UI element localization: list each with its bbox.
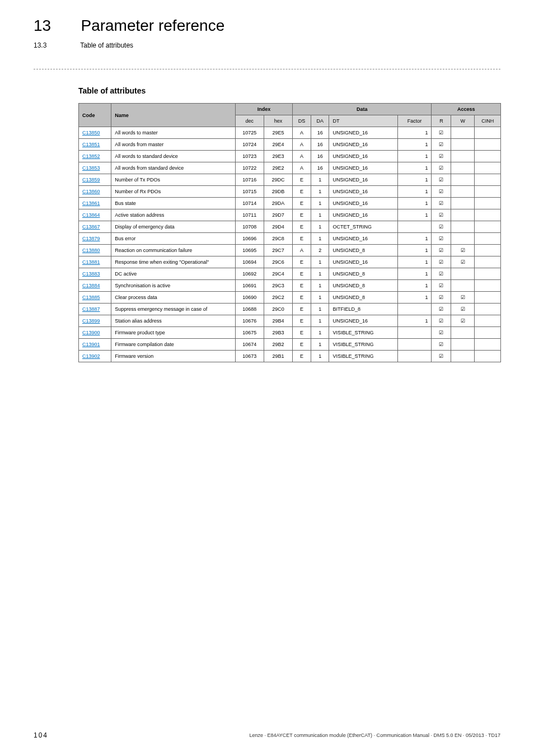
factor-cell: 1 [397, 209, 432, 221]
factor-cell [397, 339, 432, 351]
dt-cell: UNSIGNED_16 [329, 127, 397, 139]
dec-cell: 10714 [235, 198, 264, 209]
code-link[interactable]: C13860 [82, 189, 100, 194]
cinh-cell [475, 186, 501, 198]
page-header: 13 Parameter reference 13.3 Table of att… [0, 0, 534, 49]
ds-cell: A [293, 151, 311, 162]
name-cell: Bus error [111, 233, 235, 245]
code-link[interactable]: C13861 [82, 200, 100, 206]
code-link[interactable]: C13899 [82, 318, 100, 324]
dt-cell: UNSIGNED_16 [329, 139, 397, 151]
ds-cell: E [293, 339, 311, 351]
name-cell: Clear process data [111, 292, 235, 304]
code-link[interactable]: C13850 [82, 130, 100, 136]
dec-cell: 10691 [235, 280, 264, 292]
code-link[interactable]: C13867 [82, 224, 100, 230]
dec-cell: 10675 [235, 327, 264, 339]
cinh-cell [475, 198, 501, 209]
dt-cell: UNSIGNED_16 [329, 315, 397, 327]
dt-cell: UNSIGNED_16 [329, 256, 397, 268]
table-row: C13859Number of Tx PDOs1071629DCE1UNSIGN… [79, 174, 501, 186]
w-cell [451, 327, 475, 339]
code-link[interactable]: C13900 [82, 330, 100, 335]
code-link[interactable]: C13881 [82, 259, 100, 265]
ds-cell: E [293, 198, 311, 209]
name-cell: All words to master [111, 127, 235, 139]
dt-cell: UNSIGNED_16 [329, 198, 397, 209]
r-cell: ☑ [432, 304, 451, 315]
code-link[interactable]: C13879 [82, 236, 100, 241]
cinh-cell [475, 327, 501, 339]
dec-cell: 10722 [235, 162, 264, 174]
ds-cell: E [293, 221, 311, 233]
footer-text: Lenze · E84AYCET communication module (E… [249, 732, 500, 738]
section-number: 13.3 [34, 41, 78, 49]
dec-cell: 10690 [235, 292, 264, 304]
cinh-cell [475, 351, 501, 362]
table-row: C13867Display of emergency data1070829D4… [79, 221, 501, 233]
ds-cell: E [293, 315, 311, 327]
w-cell [451, 280, 475, 292]
da-cell: 1 [311, 339, 329, 351]
factor-cell: 1 [397, 139, 432, 151]
ds-cell: E [293, 292, 311, 304]
da-cell: 2 [311, 245, 329, 256]
dt-cell: UNSIGNED_16 [329, 151, 397, 162]
dec-cell: 10676 [235, 315, 264, 327]
ds-cell: A [293, 245, 311, 256]
table-row: C13881Response time when exiting "Operat… [79, 256, 501, 268]
cinh-cell [475, 280, 501, 292]
r-cell: ☑ [432, 162, 451, 174]
w-cell [451, 209, 475, 221]
w-cell [451, 127, 475, 139]
da-cell: 1 [311, 304, 329, 315]
dt-cell: BITFIELD_8 [329, 304, 397, 315]
w-cell [451, 151, 475, 162]
cinh-cell [475, 174, 501, 186]
da-cell: 1 [311, 221, 329, 233]
dt-cell: VISIBLE_STRING [329, 339, 397, 351]
hex-cell: 29D4 [264, 221, 292, 233]
factor-cell: 1 [397, 127, 432, 139]
code-link[interactable]: C13887 [82, 306, 100, 312]
name-cell: Synchronisation is active [111, 280, 235, 292]
code-link[interactable]: C13852 [82, 153, 100, 159]
cinh-cell [475, 245, 501, 256]
dec-cell: 10708 [235, 221, 264, 233]
code-link[interactable]: C13885 [82, 295, 100, 300]
factor-cell: 1 [397, 174, 432, 186]
code-link[interactable]: C13901 [82, 342, 100, 347]
r-cell: ☑ [432, 268, 451, 280]
code-link[interactable]: C13884 [82, 283, 100, 288]
code-link[interactable]: C13880 [82, 248, 100, 253]
dt-cell: UNSIGNED_16 [329, 186, 397, 198]
r-cell: ☑ [432, 127, 451, 139]
da-cell: 1 [311, 351, 329, 362]
dt-cell: UNSIGNED_16 [329, 209, 397, 221]
table-row: C13885Clear process data1069029C2E1UNSIG… [79, 292, 501, 304]
w-cell [451, 162, 475, 174]
factor-cell: 1 [397, 233, 432, 245]
cinh-cell [475, 162, 501, 174]
code-link[interactable]: C13859 [82, 177, 100, 183]
code-link[interactable]: C13864 [82, 212, 100, 218]
ds-cell: E [293, 256, 311, 268]
code-link[interactable]: C13902 [82, 353, 100, 359]
dec-cell: 10694 [235, 256, 264, 268]
w-cell: ☑ [451, 315, 475, 327]
name-cell: Bus state [111, 198, 235, 209]
code-link[interactable]: C13883 [82, 271, 100, 277]
code-link[interactable]: C13853 [82, 165, 100, 171]
name-cell: Display of emergency data [111, 221, 235, 233]
code-link[interactable]: C13851 [82, 142, 100, 147]
table-row: C13899Station alias address1067629B4E1UN… [79, 315, 501, 327]
cinh-cell [475, 127, 501, 139]
cinh-cell [475, 139, 501, 151]
section-title: Table of attributes [80, 41, 133, 49]
factor-cell: 1 [397, 162, 432, 174]
factor-cell [397, 327, 432, 339]
ds-cell: E [293, 209, 311, 221]
cinh-cell [475, 315, 501, 327]
factor-cell: 1 [397, 280, 432, 292]
r-cell: ☑ [432, 233, 451, 245]
